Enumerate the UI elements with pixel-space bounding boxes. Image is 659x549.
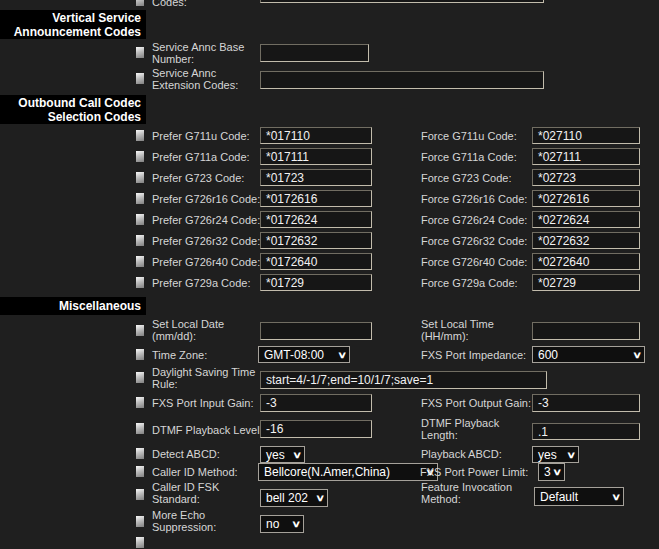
force-g711a-code-input[interactable]: *027111 [532, 148, 640, 165]
service-annc-base-number-label: Service Annc Base Number: [152, 42, 244, 65]
input-value: *027111 [538, 150, 581, 164]
field-bullet [136, 516, 144, 527]
prefer-g726r32-code-input[interactable]: *0172632 [260, 232, 372, 249]
field-bullet [136, 151, 144, 162]
force-g729a-code-input[interactable]: *02729 [532, 274, 640, 291]
fxs-port-power-limit-label: FXS Port Power Limit: [420, 467, 528, 479]
select-value: Default [540, 490, 578, 504]
caller-id-method-select[interactable]: Bellcore(N.Amer,China)∨ [258, 463, 438, 481]
fxs-port-impedance-select[interactable]: 600∨ [532, 346, 645, 363]
feature-invocation-method-select[interactable]: Default∨ [534, 487, 624, 506]
time-zone-select[interactable]: GMT-08:00∨ [258, 346, 350, 363]
field-bullet [136, 193, 144, 204]
select-value: yes [538, 448, 557, 462]
field-bullet [136, 277, 144, 288]
field-bullet [136, 466, 144, 477]
chevron-down-icon: ∨ [293, 449, 303, 459]
prefer-g726r16-code-input[interactable]: *0172616 [260, 190, 372, 207]
field-bullet [136, 349, 144, 360]
prefer-g726r32-code-label: Prefer G726r32 Code: [152, 236, 260, 248]
field-bullet [136, 423, 144, 434]
field-bullet [136, 537, 144, 548]
input-value: *0172616 [266, 192, 317, 206]
prefer-g729a-code-label: Prefer G729a Code: [152, 278, 250, 290]
input-value: *01729 [266, 276, 304, 290]
section-header-outbound-call-codec-selection-codes: Outbound Call Codec Selection Codes [0, 95, 146, 124]
prefer-g726r40-code-input[interactable]: *0172640 [260, 253, 372, 270]
select-value: Bellcore(N.Amer,China) [264, 465, 390, 479]
time-zone-label: Time Zone: [152, 350, 207, 362]
input-value: *0272632 [538, 234, 589, 248]
field-bullet [136, 397, 144, 408]
select-value: bell 202 [266, 491, 308, 505]
force-g726r32-code-input[interactable]: *0272632 [532, 232, 640, 249]
select-value: 600 [538, 348, 558, 362]
codes-input[interactable] [260, 0, 544, 3]
prefer-g726r16-code-label: Prefer G726r16 Code: [152, 194, 260, 206]
input-value: *02723 [538, 171, 576, 185]
phone-config-page: Codes:Vertical Service Announcement Code… [0, 0, 659, 549]
field-bullet [136, 489, 144, 500]
force-g729a-code-label: Force G729a Code: [421, 278, 518, 290]
dtmf-playback-length-input[interactable]: .1 [532, 423, 640, 440]
input-value: *01723 [266, 171, 304, 185]
force-g711u-code-input[interactable]: *027110 [532, 127, 640, 144]
force-g723-code-input[interactable]: *02723 [532, 169, 640, 186]
prefer-g711u-code-input[interactable]: *017110 [260, 127, 372, 144]
input-value: *0172624 [266, 213, 317, 227]
force-g726r32-code-label: Force G726r32 Code: [421, 236, 527, 248]
fxs-port-input-gain-input[interactable]: -3 [260, 394, 372, 412]
daylight-saving-time-rule-input[interactable]: start=4/-1/7;end=10/1/7;save=1 [260, 371, 547, 389]
section-title: Vertical Service Announcement Codes [14, 11, 146, 39]
prefer-g711a-code-input[interactable]: *017111 [260, 148, 372, 165]
set-local-time-label: Set Local Time (HH/mm): [421, 319, 494, 342]
dtmf-playback-level-label: DTMF Playback Level: [152, 425, 263, 437]
fxs-port-impedance-label: FXS Port Impedance: [421, 350, 526, 362]
set-local-date-input[interactable] [260, 322, 372, 340]
fxs-port-input-gain-label: FXS Port Input Gain: [152, 398, 254, 410]
fxs-port-power-limit-select[interactable]: 3∨ [538, 463, 565, 481]
input-value: *027110 [538, 129, 582, 143]
service-annc-base-number-input[interactable] [260, 44, 369, 62]
prefer-g726r24-code-input[interactable]: *0172624 [260, 211, 372, 228]
fxs-port-output-gain-input[interactable]: -3 [532, 394, 640, 412]
dtmf-playback-level-input[interactable]: -16 [260, 420, 372, 438]
chevron-down-icon: ∨ [292, 519, 302, 529]
field-bullet [136, 325, 144, 336]
input-value: *017111 [266, 150, 309, 164]
input-value: *0272624 [538, 213, 589, 227]
force-g726r24-code-label: Force G726r24 Code: [421, 215, 527, 227]
field-bullet [136, 235, 144, 246]
chevron-down-icon: ∨ [553, 467, 563, 477]
field-bullet [136, 256, 144, 267]
input-value: .1 [538, 425, 548, 439]
more-echo-suppression-label: More Echo Suppression: [152, 510, 216, 533]
force-g726r16-code-input[interactable]: *0272616 [532, 190, 640, 207]
field-bullet [136, 73, 144, 84]
force-g726r16-code-label: Force G726r16 Code: [421, 194, 527, 206]
chevron-down-icon: ∨ [567, 449, 577, 459]
prefer-g729a-code-input[interactable]: *01729 [260, 274, 372, 291]
chevron-down-icon: ∨ [633, 349, 643, 359]
select-value: yes [266, 448, 285, 462]
field-bullet [136, 372, 144, 383]
detect-abcd-select[interactable]: yes∨ [260, 446, 305, 463]
prefer-g723-code-input[interactable]: *01723 [260, 169, 372, 186]
chevron-down-icon: ∨ [316, 493, 326, 503]
service-annc-extension-codes-input[interactable] [260, 71, 544, 89]
input-value: *017110 [266, 129, 310, 143]
force-g726r24-code-input[interactable]: *0272624 [532, 211, 640, 228]
playback-abcd-select[interactable]: yes∨ [532, 446, 579, 463]
prefer-g723-code-label: Prefer G723 Code: [152, 173, 244, 185]
field-bullet [136, 448, 144, 459]
input-value: -3 [538, 396, 549, 410]
input-value: *0272616 [538, 192, 589, 206]
field-bullet [136, 172, 144, 183]
set-local-time-input[interactable] [532, 322, 640, 340]
force-g726r40-code-input[interactable]: *0272640 [532, 253, 640, 270]
more-echo-suppression-select[interactable]: no∨ [260, 515, 304, 533]
input-value: -3 [266, 396, 277, 410]
chevron-down-icon: ∨ [612, 491, 622, 501]
chevron-down-icon: ∨ [338, 349, 348, 359]
caller-id-fsk-standard-select[interactable]: bell 202∨ [260, 489, 328, 507]
